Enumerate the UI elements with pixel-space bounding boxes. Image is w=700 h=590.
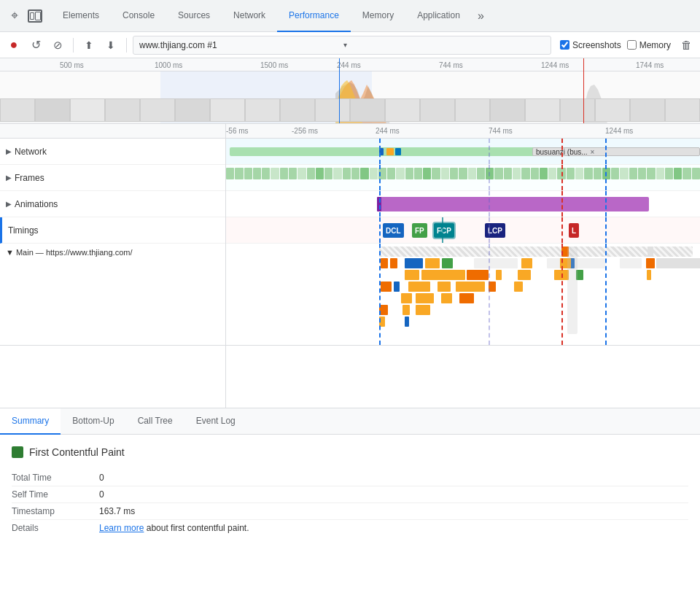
track-timings: DCL FP FCP LCP L	[226, 217, 700, 244]
url-display[interactable]: www.thjiang.com #1 ▾	[133, 36, 551, 55]
screenshot-thumb	[420, 98, 455, 122]
memory-checkbox-label[interactable]: Memory	[627, 40, 671, 50]
screenshot-thumb	[70, 98, 105, 122]
bottom-summary-content: First Contentful Paint Total Time 0 Self…	[0, 435, 700, 590]
tab-summary[interactable]: Summary	[0, 408, 61, 435]
summary-row-total-time: Total Time 0	[12, 470, 688, 486]
screenshot-thumb	[175, 98, 210, 122]
download-button[interactable]: ⬇	[101, 36, 120, 55]
vdash-red	[561, 139, 563, 164]
network-busuanzi-bar: busuanzi (bus... ×	[532, 147, 700, 156]
screenshot-thumb	[595, 98, 630, 122]
screenshots-checkbox-label[interactable]: Screenshots	[560, 40, 621, 50]
timing-l[interactable]: L	[569, 223, 579, 238]
screenshot-thumb	[35, 98, 70, 122]
url-dropdown-arrow: ▾	[343, 41, 545, 49]
screenshot-thumb	[490, 98, 525, 122]
track-label-timings[interactable]: Timings	[0, 217, 225, 244]
track-main	[226, 244, 700, 346]
screenshot-thumb	[560, 98, 595, 122]
track-label-frames[interactable]: ▶ Frames	[0, 165, 225, 191]
tab-bottom-up[interactable]: Bottom-Up	[61, 408, 125, 435]
tab-event-log[interactable]: Event Log	[184, 408, 247, 435]
track-label-main[interactable]: ▼ Main — https://www.thjiang.com/	[0, 244, 225, 346]
screenshots-strip	[0, 98, 700, 122]
clear-recording-button[interactable]: 🗑	[677, 36, 696, 55]
screenshot-thumb	[280, 98, 315, 122]
ruler-tick-744: 744 ms	[438, 58, 463, 71]
tab-elements[interactable]: Elements	[51, 0, 111, 32]
toolbar: ● ↺ ⊘ ⬆ ⬇ www.thjiang.com #1 ▾ Screensho…	[0, 32, 700, 58]
timing-dcl[interactable]: DCL	[383, 223, 404, 238]
screenshot-thumb	[385, 98, 420, 122]
tab-performance[interactable]: Performance	[277, 0, 351, 32]
screenshot-thumb	[0, 98, 35, 122]
track-label-animations[interactable]: ▶ Animations	[0, 191, 225, 217]
tracks-ruler-row	[0, 124, 225, 139]
cursor-icon[interactable]: ⌖	[6, 7, 23, 25]
fcp-marker	[442, 217, 443, 243]
track-network: busuanzi (bus... ×	[226, 139, 700, 165]
upload-button[interactable]: ⬆	[79, 36, 98, 55]
frames-expand-icon: ▶	[6, 174, 12, 182]
toolbar-right: Screenshots Memory 🗑	[560, 36, 696, 55]
bottom-panel: Summary Bottom-Up Call Tree Event Log Fi…	[0, 408, 700, 590]
reload-button[interactable]: ↺	[26, 36, 45, 55]
animations-expand-icon: ▶	[6, 200, 12, 208]
network-req-3	[395, 148, 401, 155]
animations-bar	[379, 197, 649, 211]
screenshot-thumb	[350, 98, 385, 122]
playhead-line	[339, 58, 340, 123]
tab-console[interactable]: Console	[111, 0, 166, 32]
tracks-area: ▶ Network ▶ Frames ▶ Animations Timings …	[0, 124, 700, 408]
tab-call-tree[interactable]: Call Tree	[126, 408, 184, 435]
screenshot-thumb	[315, 98, 350, 122]
timing-fp[interactable]: FP	[412, 223, 427, 238]
track-label-network[interactable]: ▶ Network	[0, 139, 225, 165]
ruler-tick-500: 500 ms	[58, 58, 84, 71]
track-content-ruler: -56 ms -256 ms 244 ms 744 ms 1244 ms 174…	[226, 124, 700, 139]
vdash-purple	[489, 139, 490, 164]
clear-button[interactable]: ⊘	[48, 36, 67, 55]
network-req-2	[386, 148, 394, 155]
divider-2	[126, 38, 127, 53]
track-labels: ▶ Network ▶ Frames ▶ Animations Timings …	[0, 124, 226, 408]
memory-checkbox[interactable]	[627, 40, 637, 50]
ruler-tick-1500: 1500 ms	[259, 58, 288, 71]
record-button[interactable]: ●	[4, 36, 23, 55]
network-bar-close[interactable]: ×	[591, 148, 595, 156]
network-expand-icon: ▶	[6, 147, 12, 155]
screenshot-thumb	[525, 98, 560, 122]
track-animations	[226, 191, 700, 217]
summary-row-timestamp: Timestamp 163.7 ms	[12, 503, 688, 520]
screenshots-checkbox[interactable]	[560, 40, 569, 50]
tab-memory[interactable]: Memory	[351, 0, 405, 32]
responsive-icon[interactable]	[28, 9, 42, 23]
timeline-ruler: 500 ms 1000 ms 1500 ms 244 ms 744 ms 124…	[0, 58, 700, 71]
screenshot-thumb	[665, 98, 700, 122]
summary-color-indicator	[12, 446, 23, 458]
screenshot-thumb	[455, 98, 490, 122]
summary-row-self-time: Self Time 0	[12, 486, 688, 503]
timeline-overview[interactable]: 500 ms 1000 ms 1500 ms 244 ms 744 ms 124…	[0, 58, 700, 124]
summary-row-details: Details Learn more about first contentfu…	[12, 520, 688, 536]
tab-application[interactable]: Application	[405, 0, 472, 32]
more-tabs-button[interactable]: »	[472, 9, 490, 23]
screenshot-thumb	[245, 98, 280, 122]
learn-more-link[interactable]: Learn more	[99, 523, 144, 533]
vdash-blue-2	[605, 139, 607, 164]
ruler-tick-1744: 1744 ms	[634, 58, 664, 71]
devtools-icons: ⌖	[6, 7, 42, 25]
ruler-tick-1244: 1244 ms	[540, 58, 569, 71]
screenshot-thumb	[140, 98, 175, 122]
tab-sources[interactable]: Sources	[166, 0, 222, 32]
tab-network[interactable]: Network	[222, 0, 277, 32]
divider-1	[73, 38, 74, 53]
frames-vdash-blue	[379, 165, 381, 190]
timing-fcp[interactable]: FCP	[434, 223, 454, 238]
summary-title: First Contentful Paint	[12, 446, 688, 458]
bottom-tabs: Summary Bottom-Up Call Tree Event Log	[0, 408, 700, 435]
frames-container	[226, 168, 700, 179]
ruler-tick-1000: 1000 ms	[153, 58, 182, 71]
screenshot-thumb	[210, 98, 245, 122]
